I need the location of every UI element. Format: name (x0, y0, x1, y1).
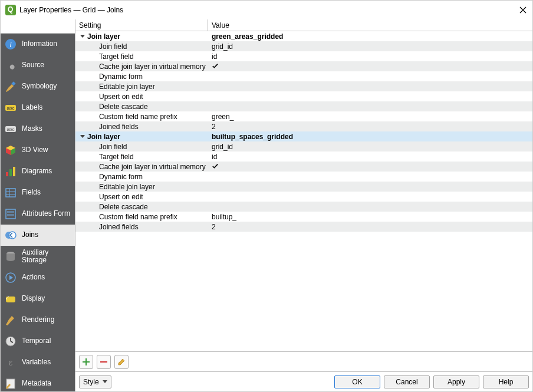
style-label: Style (83, 378, 99, 386)
join-property-row[interactable]: Custom field name prefixbuiltup_ (75, 212, 532, 222)
chevron-down-icon (80, 35, 85, 38)
temporal-icon (4, 335, 17, 348)
sidebar-item-masks[interactable]: abcMasks (1, 118, 75, 140)
joins-toolbar (75, 351, 532, 371)
brush-icon (4, 80, 17, 93)
svg-rect-33 (83, 361, 90, 363)
sidebar: iInformationSourceSymbologyabcLabelsabcM… (1, 19, 75, 391)
property-value: builtup_ (208, 213, 532, 221)
sidebar-item-information[interactable]: iInformation (1, 34, 75, 55)
table-header: Setting Value (75, 19, 532, 31)
join-property-row[interactable]: Join fieldgrid_id (75, 41, 532, 51)
property-label: Custom field name prefix (75, 213, 208, 221)
join-property-row[interactable]: Dynamic form (75, 172, 532, 182)
ok-button[interactable]: OK (334, 375, 380, 388)
join-property-row[interactable]: Delete cascade (75, 101, 532, 111)
main-area: iInformationSourceSymbologyabcLabelsabcM… (1, 19, 532, 391)
sidebar-item-label: Temporal (22, 337, 51, 345)
sidebar-item-variables[interactable]: εVariables (1, 352, 75, 373)
property-label: Cache join layer in virtual memory (75, 163, 208, 171)
property-value: 2 (208, 123, 532, 131)
sidebar-item-rendering[interactable]: Rendering (1, 309, 75, 331)
sidebar-item-attributes-form[interactable]: Attributes Form (1, 203, 75, 225)
sidebar-item-label: Actions (22, 274, 45, 281)
form-icon (4, 207, 17, 220)
edit-join-button[interactable] (114, 355, 129, 369)
sidebar-item-3d-view[interactable]: 3D View (1, 140, 75, 161)
masks-icon: abc (4, 123, 17, 136)
sidebar-item-metadata[interactable]: Metadata (1, 373, 75, 391)
join-property-row[interactable]: Editable join layer (75, 182, 532, 192)
property-value: 2 (208, 223, 532, 231)
join-property-row[interactable]: Target fieldid (75, 151, 532, 162)
svg-rect-20 (7, 214, 14, 216)
style-menu-button[interactable]: Style (79, 375, 111, 388)
svg-rect-13 (13, 167, 15, 176)
sidebar-item-temporal[interactable]: Temporal (1, 331, 75, 352)
svg-rect-34 (100, 361, 107, 363)
property-label: Custom field name prefix (75, 113, 208, 121)
join-header-row[interactable]: Join layerbuiltup_spaces_gridded (75, 131, 532, 141)
join-property-row[interactable]: Editable join layer (75, 81, 532, 91)
rendering-icon (4, 314, 17, 327)
svg-text:ε: ε (9, 357, 13, 367)
sidebar-item-labels[interactable]: abcLabels (1, 97, 75, 118)
svg-text:i: i (9, 40, 12, 49)
sidebar-item-label: Rendering (22, 316, 54, 324)
property-label: Upsert on edit (75, 93, 208, 101)
join-property-row[interactable]: Upsert on edit (75, 91, 532, 101)
svg-rect-11 (6, 172, 8, 176)
variables-icon: ε (4, 356, 17, 369)
cancel-button[interactable]: Cancel (384, 375, 430, 388)
sidebar-item-label: Masks (22, 125, 42, 133)
sidebar-item-label: 3D View (22, 146, 48, 154)
column-header-setting[interactable]: Setting (75, 19, 208, 31)
sidebar-item-label: Fields (22, 189, 41, 196)
remove-join-button[interactable] (97, 355, 111, 369)
property-label: Delete cascade (75, 103, 208, 111)
column-header-value[interactable]: Value (208, 19, 532, 31)
sidebar-item-diagrams[interactable]: Diagrams (1, 161, 75, 182)
property-label: Dynamic form (75, 73, 208, 81)
labels-icon: abc (4, 101, 17, 114)
sidebar-item-fields[interactable]: Fields (1, 182, 75, 203)
nav-list: iInformationSourceSymbologyabcLabelsabcM… (1, 34, 75, 391)
actions-icon (4, 271, 17, 284)
cube-icon (4, 144, 17, 157)
join-property-row[interactable]: Dynamic form (75, 71, 532, 81)
join-property-row[interactable]: Joined fields2 (75, 121, 532, 131)
join-property-row[interactable]: Joined fields2 (75, 222, 532, 232)
join-property-row[interactable]: Cache join layer in virtual memory (75, 162, 532, 172)
join-property-row[interactable]: Join fieldgrid_id (75, 141, 532, 151)
sidebar-item-display[interactable]: Display (1, 288, 75, 309)
add-join-button[interactable] (79, 355, 93, 369)
sidebar-item-actions[interactable]: Actions (1, 267, 75, 288)
property-value: grid_id (208, 143, 532, 151)
db-icon (4, 250, 17, 263)
property-label: Join field (75, 143, 208, 151)
diagrams-icon (4, 165, 17, 178)
help-button[interactable]: Help (483, 375, 529, 388)
joins-tree[interactable]: Join layergreen_areas_griddedJoin fieldg… (75, 31, 532, 351)
join-header-row[interactable]: Join layergreen_areas_gridded (75, 31, 532, 41)
property-label: Joined fields (75, 223, 208, 231)
sidebar-item-label: Auxiliary Storage (22, 249, 71, 264)
close-button[interactable] (518, 5, 528, 15)
content-pane: Setting Value Join layergreen_areas_grid… (75, 19, 532, 391)
sidebar-item-label: Source (22, 61, 44, 69)
sidebar-item-source[interactable]: Source (1, 55, 75, 76)
apply-button[interactable]: Apply (433, 375, 479, 388)
search-row (1, 19, 75, 34)
join-property-row[interactable]: Delete cascade (75, 202, 532, 212)
join-property-row[interactable]: Custom field name prefixgreen_ (75, 111, 532, 121)
property-value (208, 62, 532, 71)
join-header-label: Join layer (87, 32, 120, 41)
sidebar-item-label: Information (22, 40, 57, 48)
sidebar-item-joins[interactable]: Joins (1, 225, 75, 246)
svg-rect-26 (6, 297, 15, 302)
join-property-row[interactable]: Target fieldid (75, 51, 532, 61)
join-property-row[interactable]: Cache join layer in virtual memory (75, 61, 532, 71)
sidebar-item-symbology[interactable]: Symbology (1, 76, 75, 97)
sidebar-item-auxiliary-storage[interactable]: Auxiliary Storage (1, 246, 75, 267)
join-property-row[interactable]: Upsert on edit (75, 192, 532, 202)
